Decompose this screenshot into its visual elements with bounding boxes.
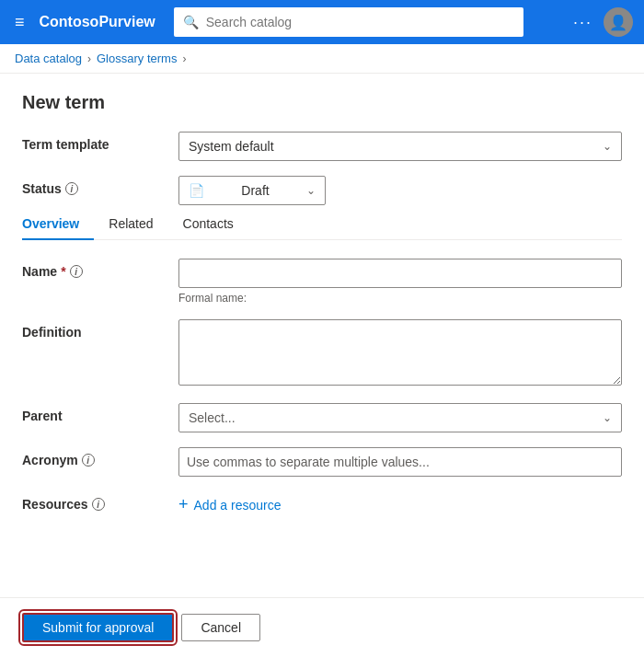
status-control: 📄 Draft ⌄: [178, 176, 622, 205]
breadcrumb: Data catalog › Glossary terms ›: [0, 44, 644, 74]
name-control: Formal name:: [178, 259, 622, 305]
term-template-label: Term template: [22, 132, 178, 152]
app-logo: ContosoPurview: [40, 14, 155, 30]
search-icon: 🔍: [183, 15, 199, 29]
menu-icon[interactable]: ≡: [11, 9, 29, 36]
breadcrumb-glossary-terms[interactable]: Glossary terms: [97, 52, 177, 65]
acronym-label: Acronym i: [22, 447, 178, 467]
status-doc-icon: 📄: [189, 183, 204, 198]
status-chevron-icon: ⌄: [306, 184, 316, 197]
term-template-dropdown[interactable]: System default ⌄: [178, 132, 622, 161]
breadcrumb-separator-1: ›: [87, 52, 91, 65]
resources-control: + Add a resource: [178, 491, 622, 514]
term-template-value: System default: [189, 139, 274, 154]
name-required-indicator: *: [61, 264, 65, 279]
parent-control: Select... ⌄: [178, 403, 622, 432]
definition-textarea[interactable]: [178, 319, 622, 386]
parent-dropdown[interactable]: Select... ⌄: [178, 403, 622, 432]
status-value: Draft: [241, 183, 269, 198]
term-template-control: System default ⌄: [178, 132, 622, 161]
acronym-info-icon[interactable]: i: [82, 454, 95, 467]
parent-row: Parent Select... ⌄: [22, 403, 622, 432]
tab-related[interactable]: Related: [109, 209, 167, 240]
resources-info-icon[interactable]: i: [92, 498, 105, 511]
add-resource-button[interactable]: + Add a resource: [178, 491, 622, 514]
acronym-row: Acronym i: [22, 447, 622, 477]
acronym-input[interactable]: [178, 447, 622, 477]
definition-control: [178, 319, 622, 388]
search-bar: 🔍: [174, 7, 523, 37]
tab-overview[interactable]: Overview: [22, 209, 94, 240]
resources-label: Resources i: [22, 491, 178, 512]
parent-placeholder: Select...: [189, 410, 236, 425]
definition-row: Definition: [22, 319, 622, 388]
status-dropdown[interactable]: 📄 Draft ⌄: [178, 176, 326, 205]
term-template-chevron-icon: ⌄: [603, 140, 612, 153]
avatar[interactable]: 👤: [604, 7, 633, 37]
parent-label: Parent: [22, 403, 178, 423]
add-resource-label: Add a resource: [194, 498, 282, 513]
breadcrumb-separator-2: ›: [182, 52, 186, 65]
more-options-icon[interactable]: ···: [573, 13, 592, 32]
name-label: Name * i: [22, 259, 178, 279]
status-row: Status i 📄 Draft ⌄: [22, 176, 622, 205]
topbar-right: ··· 👤: [573, 7, 633, 37]
term-template-row: Term template System default ⌄: [22, 132, 622, 161]
search-input[interactable]: [206, 15, 514, 29]
topbar: ≡ ContosoPurview 🔍 ··· 👤: [0, 0, 644, 44]
definition-label: Definition: [22, 319, 178, 340]
formal-name-label: Formal name:: [178, 292, 622, 305]
name-input[interactable]: [178, 259, 622, 288]
bottom-bar: Submit for approval Cancel: [0, 597, 644, 657]
page-title: New term: [22, 92, 622, 113]
cancel-button[interactable]: Cancel: [181, 614, 260, 641]
tabs: Overview Related Contacts: [22, 209, 622, 240]
acronym-control: [178, 447, 622, 477]
add-resource-plus-icon: +: [178, 495, 189, 514]
name-row: Name * i Formal name:: [22, 259, 622, 305]
main-content: New term Term template System default ⌄ …: [0, 74, 644, 652]
status-info-icon[interactable]: i: [65, 182, 78, 195]
name-info-icon[interactable]: i: [70, 265, 83, 278]
parent-chevron-icon: ⌄: [603, 411, 612, 424]
status-label: Status i: [22, 176, 178, 196]
resources-row: Resources i + Add a resource: [22, 491, 622, 514]
tab-contacts[interactable]: Contacts: [183, 209, 248, 240]
submit-for-approval-button[interactable]: Submit for approval: [22, 613, 174, 642]
breadcrumb-data-catalog[interactable]: Data catalog: [15, 52, 82, 65]
